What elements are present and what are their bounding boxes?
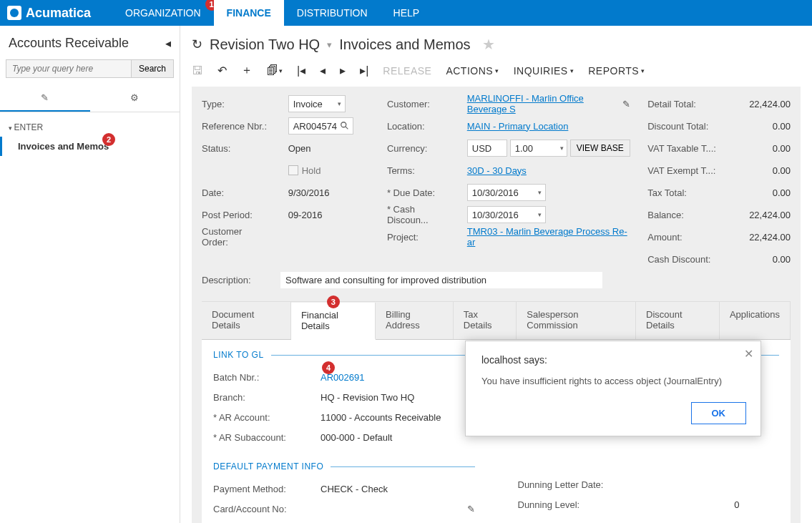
- prev-icon[interactable]: ◂: [320, 64, 326, 77]
- sidebar-tab-edit[interactable]: ✎: [0, 85, 90, 112]
- dialog-body: You have insufficient rights to access o…: [481, 376, 746, 386]
- star-icon[interactable]: ★: [482, 36, 495, 53]
- breadcrumb-company[interactable]: Revision Two HQ: [210, 36, 320, 53]
- clipboard-icon[interactable]: 🗐▾: [267, 64, 283, 77]
- type-select[interactable]: Invoice: [288, 95, 346, 112]
- nav-organization-label: ORGANIZATION: [125, 7, 201, 19]
- tab-document-details[interactable]: Document Details: [202, 302, 291, 339]
- brand-text: Acumatica: [26, 6, 91, 21]
- sidebar-search-button[interactable]: Search: [132, 59, 174, 78]
- actions-label: ACTIONS: [446, 65, 493, 77]
- pencil-icon: ✎: [41, 92, 49, 103]
- undo-icon[interactable]: ↶: [217, 64, 227, 77]
- currency-rate-value: 1.00: [515, 143, 533, 154]
- label-postperiod: Post Period:: [202, 206, 271, 223]
- chevron-down-icon[interactable]: ▾: [327, 39, 332, 50]
- terms-link[interactable]: 30D - 30 Days: [467, 165, 527, 176]
- refnbr-value: AR004574: [293, 121, 337, 132]
- cashdisc-select[interactable]: 10/30/2016: [467, 206, 546, 223]
- sidebar-tab-settings[interactable]: ⚙: [90, 85, 180, 112]
- label-araccount: * AR Account:: [213, 412, 321, 423]
- duedate-value: 10/30/2016: [472, 187, 519, 198]
- sidebar-link-invoices[interactable]: Invoices and Memos 2: [0, 137, 180, 156]
- inquiries-menu[interactable]: INQUIRIES▾: [514, 65, 574, 77]
- actions-menu[interactable]: ACTIONS▾: [446, 65, 499, 77]
- sidebar-title: Accounts Receivable ◂: [0, 26, 180, 57]
- dialog-title: localhost says:: [481, 354, 746, 366]
- location-link[interactable]: MAIN - Primary Location: [467, 121, 569, 132]
- label-detailtotal: Detail Total:: [647, 95, 717, 112]
- add-icon[interactable]: ＋: [241, 63, 253, 78]
- breadcrumb-screen[interactable]: Invoices and Memos: [339, 36, 470, 53]
- taxtotal-value: 0.00: [734, 184, 791, 201]
- duedate-select[interactable]: 10/30/2016: [467, 184, 546, 201]
- refresh-icon[interactable]: ↻: [192, 36, 202, 52]
- section-default-payment: DEFAULT PAYMENT INFO: [213, 461, 475, 471]
- label-cashdisc: * Cash Discoun...: [387, 206, 450, 223]
- caret-down-icon: ▾: [495, 67, 499, 74]
- tab-financial-details-label: Financial Details: [301, 310, 338, 331]
- tab-tax-details[interactable]: Tax Details: [454, 302, 517, 339]
- currency-code-value: USD: [472, 143, 491, 154]
- hold-checkbox[interactable]: [288, 165, 298, 175]
- description-value[interactable]: Software and consulting for improved dis…: [280, 272, 602, 288]
- paymethod-value: CHECK - Check: [321, 484, 475, 494]
- toolbar: 🖫 ↶ ＋ 🗐▾ |◂ ◂ ▸ ▸| RELEASE ACTIONS▾ INQU…: [180, 57, 812, 84]
- caret-down-icon: ▾: [570, 67, 574, 74]
- sidebar-title-text: Accounts Receivable: [9, 36, 129, 51]
- refnbr-lookup[interactable]: AR004574: [288, 117, 353, 135]
- content-area: ↻ Revision Two HQ ▾ Invoices and Memos ★…: [180, 26, 812, 523]
- gear-icon: ⚙: [130, 92, 139, 103]
- label-currency: Currency:: [387, 140, 450, 157]
- dialog-ok-button[interactable]: OK: [691, 402, 747, 424]
- label-location: Location:: [387, 117, 450, 135]
- currency-code[interactable]: USD: [467, 140, 507, 157]
- last-icon[interactable]: ▸|: [360, 64, 368, 77]
- next-icon[interactable]: ▸: [340, 64, 346, 77]
- reports-menu[interactable]: REPORTS▾: [588, 65, 645, 77]
- pencil-icon[interactable]: ✎: [467, 504, 475, 514]
- customer-link[interactable]: MARLINOFFI - Marlin Office Beverage S: [467, 93, 618, 114]
- label-paymethod: Payment Method:: [213, 484, 321, 494]
- nav-distribution[interactable]: DISTRIBUTION: [284, 0, 381, 26]
- project-link[interactable]: TMR03 - Marlin Beverage Process Re-ar: [467, 226, 630, 248]
- nav-distribution-label: DISTRIBUTION: [297, 7, 368, 19]
- pencil-icon[interactable]: ✎: [622, 99, 630, 109]
- label-type: Type:: [202, 95, 271, 112]
- status-value: Open: [288, 140, 370, 157]
- date-value: 9/30/2016: [288, 184, 370, 201]
- araccount-value: 11000 - Accounts Receivable: [321, 412, 475, 423]
- sidebar-collapse-icon[interactable]: ◂: [165, 36, 171, 50]
- top-nav-bar: Acumatica ORGANIZATION 1 FINANCE DISTRIB…: [0, 0, 812, 26]
- cashdiscount-value: 0.00: [734, 250, 791, 268]
- section-link-to-gl: LINK TO GL: [213, 350, 475, 360]
- currency-rate[interactable]: 1.00: [510, 140, 567, 157]
- nav-finance[interactable]: FINANCE: [214, 0, 284, 26]
- sidebar-section-enter[interactable]: ENTER: [0, 112, 180, 137]
- label-vattax: VAT Taxable T...:: [647, 140, 717, 157]
- nav-help[interactable]: HELP: [381, 0, 433, 26]
- label-customer: Customer:: [387, 95, 450, 112]
- sidebar-search-input[interactable]: [6, 59, 132, 78]
- label-dunning-level: Dunning Level:: [518, 499, 640, 510]
- disctotal-value: 0.00: [734, 117, 791, 135]
- sidebar-link-invoices-label: Invoices and Memos: [18, 141, 109, 152]
- dialog-close-icon[interactable]: ✕: [744, 347, 753, 361]
- view-base-button[interactable]: VIEW BASE: [570, 140, 630, 157]
- label-description: Description:: [202, 275, 280, 285]
- reports-label: REPORTS: [588, 65, 639, 77]
- tab-discount-details[interactable]: Discount Details: [636, 302, 720, 339]
- nav-organization[interactable]: ORGANIZATION 1: [112, 0, 214, 26]
- type-value: Invoice: [293, 99, 323, 109]
- tab-salesperson-commission[interactable]: Salesperson Commission: [517, 302, 636, 339]
- label-custorder: Customer Order:: [202, 228, 271, 245]
- label-batchnbr: Batch Nbr.:: [213, 372, 321, 383]
- search-icon: [340, 121, 350, 131]
- first-icon[interactable]: |◂: [297, 64, 305, 77]
- batchnbr-link[interactable]: AR002691: [321, 372, 475, 383]
- nav-finance-label: FINANCE: [227, 7, 271, 19]
- tab-billing-address[interactable]: Billing Address: [376, 302, 454, 339]
- dunning-level-value: 0: [640, 499, 740, 510]
- tab-financial-details[interactable]: Financial Details 3: [291, 303, 376, 340]
- tab-applications[interactable]: Applications: [720, 302, 791, 339]
